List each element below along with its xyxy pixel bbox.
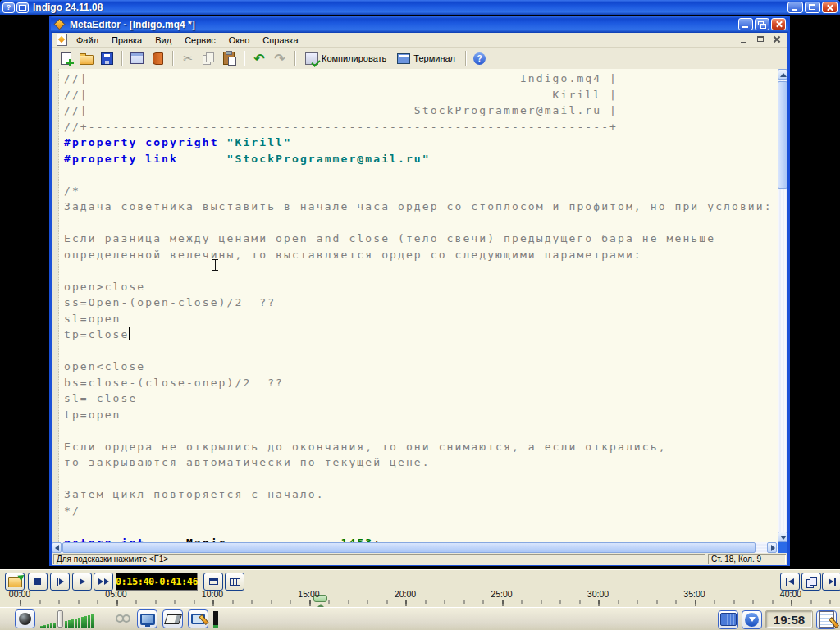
- timeline-label: 15:00: [298, 589, 319, 599]
- scroll-down-button[interactable]: [778, 532, 788, 542]
- code-line: [64, 422, 773, 439]
- document-icon: [57, 34, 67, 46]
- paste-icon: [223, 52, 235, 65]
- app-minimize-button[interactable]: [788, 2, 803, 13]
- terminal-button[interactable]: Терминал: [395, 52, 458, 65]
- new-file-button[interactable]: [58, 51, 73, 66]
- code-line: open>close: [64, 279, 773, 295]
- undo-button[interactable]: ↶: [252, 51, 267, 66]
- menu-item-0[interactable]: Файл: [70, 34, 105, 46]
- scroll-left-button[interactable]: [52, 542, 62, 553]
- screen-tool-button[interactable]: [137, 609, 158, 628]
- taskbar-tray: 19:58: [718, 609, 837, 629]
- profiles-button[interactable]: [130, 51, 144, 66]
- code-line: /*: [64, 183, 773, 199]
- screen-icon: [19, 5, 26, 11]
- screen: ? Indigo 24.11.08 MetaEditor - [Indigo.m…: [0, 0, 840, 630]
- horizontal-scroll-thumb[interactable]: [62, 542, 756, 553]
- metaeditor-close-button[interactable]: [771, 18, 786, 30]
- mdi-window-controls: [739, 35, 783, 44]
- save-button[interactable]: [99, 51, 114, 66]
- menu-item-4[interactable]: Окно: [222, 34, 257, 46]
- menu-item-3[interactable]: Сервис: [178, 34, 222, 46]
- eq-bar: [68, 620, 71, 628]
- text-caret: [129, 327, 130, 340]
- app-close-button[interactable]: [822, 2, 838, 13]
- eq-bar: [53, 623, 56, 628]
- editor-margin: [52, 69, 59, 542]
- disabled-tool-icon: [116, 613, 132, 626]
- mdi-close-button[interactable]: [772, 35, 783, 44]
- code-line: [64, 471, 773, 487]
- code-line: ss=Open-(open-close)/2 ??: [64, 294, 773, 311]
- chevron-left-icon: [55, 545, 59, 551]
- toolbar-icons: ✂↶↷: [58, 51, 297, 66]
- statusbar: Для подсказки нажмите <F1> Ст. 18, Кол. …: [52, 553, 788, 565]
- horizontal-scrollbar[interactable]: [52, 542, 778, 553]
- code-line: Задача советника выставить в начале часа…: [64, 199, 773, 215]
- code-editor[interactable]: //| Indigo.mq4 |//| Kirill |//| StockPro…: [52, 69, 778, 542]
- chevron-right-icon: [771, 545, 775, 551]
- compile-button[interactable]: Компилировать: [303, 52, 389, 66]
- styler-button[interactable]: [150, 51, 165, 66]
- eq-bar: [40, 626, 43, 628]
- vertical-scrollbar[interactable]: [778, 69, 788, 542]
- timeline[interactable]: 00:0005:0010:0015:0020:0025:0030:0035:00…: [0, 570, 840, 608]
- scroll-right-button[interactable]: [767, 542, 777, 553]
- mdi-minimize-button[interactable]: [739, 35, 750, 44]
- record-button[interactable]: [15, 609, 35, 628]
- volume-equalizer[interactable]: [40, 611, 111, 628]
- menu-item-5[interactable]: Справка: [256, 34, 304, 46]
- draw-tool-button[interactable]: [188, 609, 208, 628]
- code-line: bs=close-(close-onep)/2 ??: [64, 375, 773, 391]
- metaeditor-minimize-button[interactable]: [738, 18, 753, 30]
- help-icon: ?: [477, 54, 482, 63]
- menu-item-1[interactable]: Правка: [105, 34, 148, 46]
- pen-bar-icon[interactable]: [213, 611, 218, 628]
- copy-button[interactable]: [201, 51, 216, 66]
- player-panel: 0:15:40 ▸ 0:41:46 00:0005:0010:0015:0020…: [0, 569, 840, 607]
- help-button[interactable]: ?: [473, 52, 486, 65]
- notes-button[interactable]: [816, 610, 837, 629]
- cut-button[interactable]: ✂: [180, 51, 195, 66]
- code-line: #property copyright "Kirill": [64, 135, 773, 151]
- code-line: [64, 215, 773, 231]
- eq-bar: [75, 619, 77, 628]
- redo-button[interactable]: ↷: [272, 51, 287, 66]
- taskbar: 19:58: [0, 607, 840, 630]
- toolbar-separator: [465, 51, 466, 66]
- app-screen-button[interactable]: [16, 2, 29, 13]
- eraser-tool-button[interactable]: [162, 609, 183, 628]
- vertical-scroll-thumb[interactable]: [778, 81, 788, 189]
- metaeditor-titlebar[interactable]: MetaEditor - [Indigo.mq4 *]: [51, 16, 788, 33]
- app-help-button[interactable]: ?: [2, 2, 15, 13]
- menu-item-2[interactable]: Вид: [148, 34, 178, 46]
- keyboard-layout-button[interactable]: [718, 610, 738, 629]
- maximize-icon: [809, 4, 815, 10]
- code-line: [64, 518, 773, 535]
- eq-bar: [71, 619, 74, 628]
- scroll-up-button[interactable]: [778, 69, 788, 80]
- compile-label: Компилировать: [322, 53, 386, 63]
- eq-bar: [50, 623, 52, 628]
- paste-button[interactable]: [221, 51, 236, 66]
- code-line: extern int Magic = 1453;: [64, 535, 773, 543]
- clock: 19:58: [765, 610, 813, 628]
- app-titlebar: ? Indigo 24.11.08: [0, 0, 840, 15]
- new-file-icon: [61, 52, 71, 65]
- volume-slider-knob[interactable]: [57, 610, 63, 628]
- app-maximize-button[interactable]: [805, 2, 820, 13]
- metaeditor-restore-button[interactable]: [755, 18, 769, 30]
- code-line: Если ордера не открылись до окончания, т…: [64, 439, 773, 455]
- profiles-icon: [130, 52, 144, 64]
- timeline-label: 20:00: [395, 589, 416, 599]
- open-folder-button[interactable]: [79, 51, 94, 66]
- eq-bar: [43, 625, 46, 628]
- code-line: sl= close: [64, 390, 773, 407]
- toolbar-separator: [294, 51, 295, 66]
- styler-icon: [153, 52, 163, 65]
- info-button[interactable]: [742, 610, 762, 629]
- code-line: tp=open: [64, 407, 773, 423]
- eq-bar: [47, 624, 49, 628]
- mdi-restore-button[interactable]: [756, 35, 766, 44]
